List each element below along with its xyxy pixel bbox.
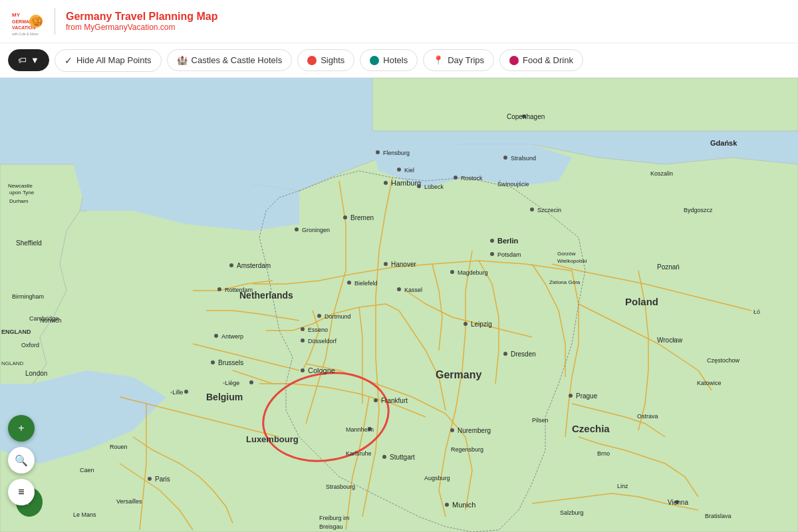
hotels-button[interactable]: Hotels xyxy=(360,49,418,71)
svg-text:Düsseldorf: Düsseldorf xyxy=(308,338,337,344)
svg-text:Potsdam: Potsdam xyxy=(497,251,521,258)
filter-button[interactable]: ≡ xyxy=(8,479,35,505)
header-title: Germany Travel Planning Map xyxy=(66,11,218,23)
svg-text:Salzburg: Salzburg xyxy=(560,509,584,516)
svg-point-96 xyxy=(454,176,458,180)
svg-text:◦Liège: ◦Liège xyxy=(223,380,239,386)
svg-text:Berlin: Berlin xyxy=(497,237,518,245)
food-button[interactable]: Food & Drink xyxy=(499,49,583,71)
svg-text:Breisgau: Breisgau xyxy=(319,523,343,530)
daytrips-label: Day Trips xyxy=(448,55,484,65)
svg-text:MY: MY xyxy=(12,12,21,18)
svg-text:Belgium: Belgium xyxy=(206,392,243,402)
tag-dropdown-icon: ▼ xyxy=(31,55,39,65)
svg-text:Flensburg: Flensburg xyxy=(383,150,410,156)
svg-text:Strasbourg: Strasbourg xyxy=(326,483,355,490)
hotels-dot xyxy=(370,56,379,65)
svg-point-56 xyxy=(229,263,233,267)
map-svg: Hamburg Bremen Hanover Berlin Leipzig Dr… xyxy=(0,78,798,532)
castles-button[interactable]: 🏰 Castles & Castle Hotels xyxy=(167,49,293,71)
svg-point-69 xyxy=(184,390,188,394)
svg-text:Prague: Prague xyxy=(576,392,598,400)
daytrips-button[interactable]: 📍 Day Trips xyxy=(423,49,494,71)
svg-text:with Cole & Alison: with Cole & Alison xyxy=(12,32,39,36)
svg-point-67 xyxy=(249,380,253,384)
svg-point-91 xyxy=(530,207,534,211)
svg-point-63 xyxy=(214,334,218,338)
header-title-area: Germany Travel Planning Map from MyGerma… xyxy=(66,11,218,32)
svg-text:Cologne: Cologne xyxy=(308,366,335,374)
svg-point-20 xyxy=(503,352,507,356)
svg-text:Vienna: Vienna xyxy=(668,499,688,506)
svg-text:Birmingham: Birmingham xyxy=(12,293,44,300)
svg-text:Groningen: Groningen xyxy=(302,227,330,233)
header-divider xyxy=(55,8,55,35)
svg-text:Nuremberg: Nuremberg xyxy=(458,427,491,434)
svg-text:Kassel: Kassel xyxy=(404,287,422,293)
svg-text:Karlsruhe: Karlsruhe xyxy=(346,450,372,457)
svg-text:Zielona Góra: Zielona Góra xyxy=(549,279,581,285)
svg-point-60 xyxy=(295,227,299,231)
svg-text:Linz: Linz xyxy=(617,483,628,489)
svg-text:Magdeburg: Magdeburg xyxy=(458,269,488,276)
svg-text:Lübeck: Lübeck xyxy=(424,184,444,190)
add-point-button[interactable]: + xyxy=(8,415,35,442)
svg-text:Łó: Łó xyxy=(753,309,760,315)
svg-point-41 xyxy=(347,281,351,285)
svg-point-65 xyxy=(211,360,215,364)
svg-text:Regensburg: Regensburg xyxy=(451,446,483,453)
svg-text:Frankfurt: Frankfurt xyxy=(381,397,408,404)
svg-text:Germany: Germany xyxy=(436,369,481,380)
hotels-label: Hotels xyxy=(383,55,408,65)
svg-text:Norwich: Norwich xyxy=(40,317,62,324)
svg-text:Dortmund: Dortmund xyxy=(325,313,351,320)
header-subtitle: from MyGermanyVacation.com xyxy=(66,23,218,32)
svg-text:Oxford: Oxford xyxy=(21,342,39,348)
logo-area: MY GERMANY VACATION with Cole & Alison 🥨 xyxy=(11,5,44,38)
hide-label: Hide All Map Points xyxy=(76,55,152,65)
svg-text:Rouen: Rouen xyxy=(110,444,128,450)
svg-point-18 xyxy=(464,322,467,326)
map-container[interactable]: Hamburg Bremen Hanover Berlin Leipzig Dr… xyxy=(0,78,798,532)
sights-button[interactable]: Sights xyxy=(297,49,354,71)
tag-button[interactable]: 🏷 ▼ xyxy=(8,49,49,71)
svg-text:Leipzig: Leipzig xyxy=(471,321,492,328)
svg-text:Bremen: Bremen xyxy=(350,214,374,221)
svg-text:ENGLAND: ENGLAND xyxy=(1,329,31,335)
svg-text:NGLAND: NGLAND xyxy=(1,360,24,366)
svg-point-98 xyxy=(376,150,380,154)
svg-point-34 xyxy=(382,455,386,459)
svg-point-53 xyxy=(490,252,494,256)
svg-text:Czechia: Czechia xyxy=(572,423,610,434)
svg-point-39 xyxy=(397,287,401,291)
svg-text:Wielkopolski: Wielkopolski xyxy=(557,258,587,264)
svg-point-28 xyxy=(301,327,305,331)
svg-point-102 xyxy=(417,184,421,188)
svg-text:Stuttgart: Stuttgart xyxy=(390,454,415,461)
svg-text:Esseno: Esseno xyxy=(308,327,328,333)
svg-text:Brno: Brno xyxy=(597,450,610,457)
svg-text:Brussels: Brussels xyxy=(218,359,243,366)
svg-text:Bydgoszcz: Bydgoszcz xyxy=(684,207,713,213)
svg-point-16 xyxy=(490,239,494,243)
search-button[interactable]: 🔍 xyxy=(8,447,35,473)
svg-text:◦Lille: ◦Lille xyxy=(170,389,183,396)
svg-text:Świnoujście: Świnoujście xyxy=(497,180,529,188)
svg-point-72 xyxy=(148,477,152,481)
svg-text:Mannheim: Mannheim xyxy=(346,426,374,433)
castles-label: Castles & Castle Hotels xyxy=(192,55,283,65)
sights-label: Sights xyxy=(321,55,344,65)
svg-text:Gorzów: Gorzów xyxy=(557,251,576,257)
hide-all-button[interactable]: ✓ Hide All Map Points xyxy=(55,49,162,72)
svg-text:Szczecin: Szczecin xyxy=(537,207,561,213)
svg-point-94 xyxy=(503,156,507,160)
svg-point-58 xyxy=(217,287,221,291)
svg-point-36 xyxy=(445,503,449,507)
header: MY GERMANY VACATION with Cole & Alison 🥨… xyxy=(0,0,798,43)
svg-point-22 xyxy=(301,368,305,372)
svg-text:Sheffield: Sheffield xyxy=(16,239,42,247)
svg-point-100 xyxy=(397,168,401,172)
food-label: Food & Drink xyxy=(523,55,573,65)
sights-dot xyxy=(307,56,317,65)
svg-text:Pilsen: Pilsen xyxy=(532,417,549,424)
